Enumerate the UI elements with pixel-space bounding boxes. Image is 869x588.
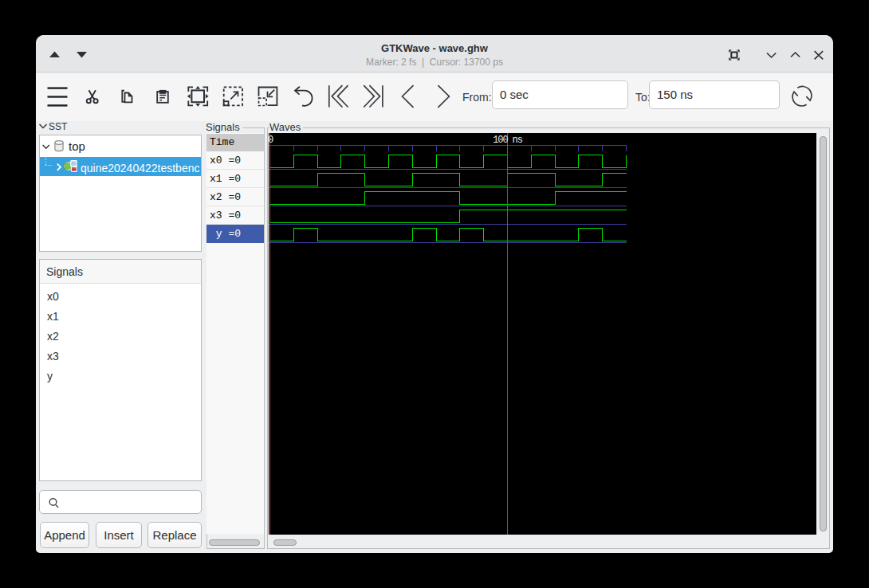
svg-text:0: 0 (269, 135, 273, 146)
svg-text:100 ns: 100 ns (493, 135, 523, 146)
